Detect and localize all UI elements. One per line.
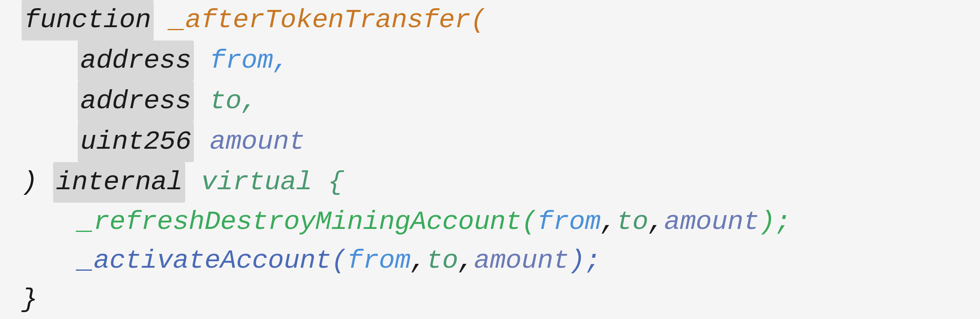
keyword-virtual: virtual { [201,163,344,202]
arg-to-2: to [427,241,458,280]
keyword-address-2: address [80,86,191,116]
line-1: function _afterTokenTransfer( [22,0,958,41]
line-8: } [22,280,958,319]
fn-activate-close: ); [569,241,601,280]
arg-amount-2: amount [474,241,569,280]
code-container: function _afterTokenTransfer( address fr… [0,0,980,319]
line-7: _activateAccount(from,to,amount); [22,241,958,280]
arg-from-2: from [347,241,411,280]
fn-activate: _activateAccount( [78,241,347,280]
line-6: _refreshDestroyMiningAccount(from,to,amo… [22,203,958,241]
fn-refresh-close: ); [759,203,790,241]
function-name: _afterTokenTransfer( [154,1,487,40]
keyword-internal: internal [56,167,183,197]
keyword-address-1: address [80,45,191,76]
param-to: to, [210,82,257,121]
fn-refresh-destroy: _refreshDestroyMiningAccount( [78,203,537,241]
code-block: function _afterTokenTransfer( address fr… [22,0,958,319]
keyword-function: function [24,5,151,35]
param-amount: amount [210,122,305,161]
line-3: address to, [22,81,958,122]
arg-to-1: to [616,203,648,241]
keyword-uint256: uint256 [80,126,191,157]
line-2: address from, [22,41,958,81]
param-from: from, [210,41,289,80]
close-paren: ) [22,163,53,202]
closing-brace: } [22,280,38,319]
arg-from-1: from [537,203,601,241]
line-5: ) internal virtual { [22,162,958,203]
line-4: uint256 amount [22,122,958,162]
arg-amount-1: amount [664,203,759,241]
